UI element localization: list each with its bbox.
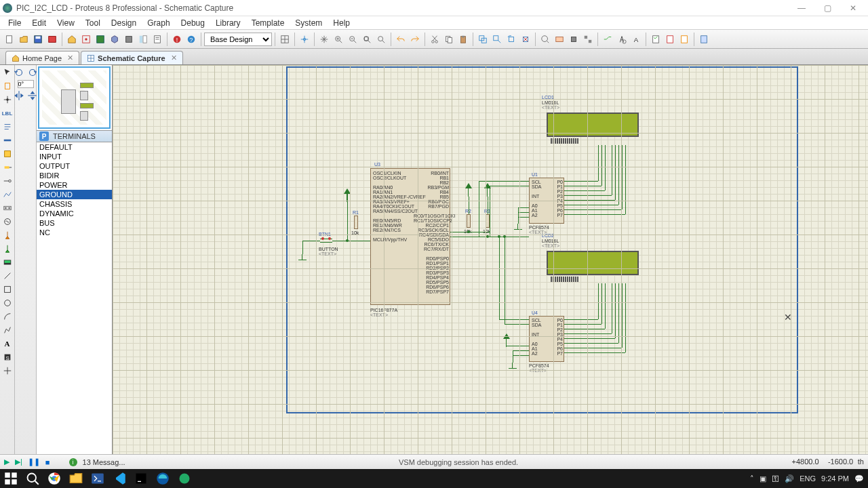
lcd1[interactable] bbox=[547, 113, 639, 137]
rotate-ccw-icon[interactable] bbox=[13, 66, 25, 79]
arc-2d-icon[interactable] bbox=[1, 310, 14, 323]
wifi-icon[interactable]: ⚿ bbox=[772, 474, 779, 483]
p-icon[interactable]: P bbox=[39, 131, 49, 141]
pcb-icon[interactable] bbox=[94, 33, 107, 46]
library-icon[interactable] bbox=[553, 33, 566, 46]
marker-2d-icon[interactable] bbox=[1, 365, 14, 377]
home-icon[interactable] bbox=[65, 33, 79, 46]
cut-icon[interactable] bbox=[428, 33, 441, 46]
redo-icon[interactable] bbox=[408, 33, 422, 46]
menu-library[interactable]: Library bbox=[212, 17, 245, 29]
block-copy-icon[interactable] bbox=[476, 33, 490, 46]
play-button[interactable]: ▶ bbox=[4, 458, 9, 466]
menu-file[interactable]: File bbox=[4, 17, 25, 29]
zoom-area-icon[interactable] bbox=[374, 33, 388, 46]
instruments-icon[interactable] bbox=[1, 256, 14, 268]
error-icon[interactable]: ! bbox=[170, 33, 184, 46]
stop-button[interactable]: ■ bbox=[45, 458, 50, 466]
cortana-search-icon[interactable] bbox=[26, 472, 39, 485]
design-variant-combo[interactable]: Base Design bbox=[204, 33, 272, 46]
voltage-probe-icon[interactable] bbox=[1, 229, 14, 241]
term-output[interactable]: OUTPUT bbox=[37, 161, 112, 171]
origin-icon[interactable] bbox=[298, 33, 311, 46]
graph-mode-icon[interactable] bbox=[1, 188, 14, 201]
device-pin-icon[interactable] bbox=[1, 175, 14, 187]
tab-home[interactable]: Home Page ✕ bbox=[5, 51, 79, 64]
menu-help[interactable]: Help bbox=[329, 17, 354, 29]
grid-toggle-icon[interactable] bbox=[278, 33, 292, 46]
help-icon[interactable]: ? bbox=[184, 33, 198, 46]
messages-label[interactable]: 13 Messag... bbox=[83, 458, 125, 466]
bus-mode-icon[interactable] bbox=[1, 134, 14, 146]
text-2d-icon[interactable]: A bbox=[1, 338, 14, 350]
overview-window[interactable] bbox=[38, 66, 111, 129]
pick-icon[interactable] bbox=[538, 33, 552, 46]
term-bidir[interactable]: BIDIR bbox=[37, 171, 112, 180]
notifications-icon[interactable]: 💬 bbox=[854, 474, 864, 483]
property-assign-icon[interactable]: A bbox=[629, 33, 643, 46]
maximize-button[interactable]: ▢ bbox=[815, 1, 840, 16]
menu-graph[interactable]: Graph bbox=[143, 17, 174, 29]
open-icon[interactable] bbox=[17, 33, 31, 46]
minimize-button[interactable]: — bbox=[789, 1, 814, 16]
term-chassis[interactable]: CHASSIS bbox=[37, 199, 112, 209]
netlist-icon[interactable] bbox=[663, 33, 677, 46]
menu-design[interactable]: Design bbox=[107, 17, 140, 29]
proteus-task-icon[interactable] bbox=[178, 472, 191, 485]
schematic-icon[interactable] bbox=[79, 33, 93, 46]
chrome-icon[interactable] bbox=[47, 472, 61, 485]
tray-app-icon[interactable]: ▣ bbox=[760, 474, 766, 483]
system-tray[interactable]: ˄ ▣ ⚿ 🔊 ENG 9:24 PM 💬 bbox=[750, 474, 864, 483]
menu-template[interactable]: Template bbox=[248, 17, 289, 29]
decompose-icon[interactable] bbox=[581, 33, 595, 46]
step-button[interactable]: ▶| bbox=[15, 458, 22, 466]
tab-home-close-icon[interactable]: ✕ bbox=[67, 54, 73, 62]
messages-icon[interactable]: i bbox=[69, 458, 77, 466]
tab-schematic[interactable]: Schematic Capture ✕ bbox=[81, 51, 183, 64]
close-project-icon[interactable] bbox=[45, 33, 59, 46]
term-dynamic[interactable]: DYNAMIC bbox=[37, 209, 112, 218]
selection-mode-icon[interactable] bbox=[1, 66, 14, 79]
block-move-icon[interactable] bbox=[490, 33, 504, 46]
zoom-in-icon[interactable] bbox=[332, 33, 345, 46]
new-icon[interactable] bbox=[3, 33, 16, 46]
3d-icon[interactable] bbox=[108, 33, 121, 46]
path-2d-icon[interactable] bbox=[1, 324, 14, 336]
gerber-icon[interactable] bbox=[122, 33, 136, 46]
undo-icon[interactable] bbox=[394, 33, 408, 46]
erc-icon[interactable] bbox=[649, 33, 663, 46]
current-probe-icon[interactable] bbox=[1, 243, 14, 255]
block-delete-icon[interactable] bbox=[519, 33, 532, 46]
label-mode-icon[interactable]: LBL bbox=[1, 107, 14, 119]
term-ground[interactable]: GROUND bbox=[37, 190, 112, 199]
zoom-out-icon[interactable] bbox=[346, 33, 359, 46]
term-nc[interactable]: NC bbox=[37, 228, 112, 237]
rotation-input[interactable] bbox=[18, 80, 34, 88]
term-default[interactable]: DEFAULT bbox=[37, 142, 112, 152]
zoom-all-icon[interactable] bbox=[360, 33, 374, 46]
bom-icon[interactable] bbox=[151, 33, 164, 46]
pan-icon[interactable] bbox=[317, 33, 331, 46]
text-script-icon[interactable] bbox=[1, 121, 14, 133]
pause-button[interactable]: ❚❚ bbox=[28, 458, 40, 466]
volume-icon[interactable]: 🔊 bbox=[785, 474, 794, 483]
unplaced-marker[interactable]: ✕ bbox=[784, 312, 792, 323]
generator-mode-icon[interactable] bbox=[1, 216, 14, 228]
start-icon[interactable] bbox=[4, 472, 18, 485]
btn1[interactable] bbox=[320, 239, 332, 247]
close-button[interactable]: ✕ bbox=[841, 1, 865, 16]
copy-icon[interactable] bbox=[442, 33, 456, 46]
mirror-h-icon[interactable] bbox=[13, 89, 25, 102]
new-sheet-icon[interactable] bbox=[697, 33, 711, 46]
search-text-icon[interactable] bbox=[615, 33, 629, 46]
save-icon[interactable] bbox=[31, 33, 45, 46]
edge-icon[interactable] bbox=[156, 472, 170, 485]
block-rotate-icon[interactable] bbox=[505, 33, 518, 46]
clock[interactable]: 9:24 PM bbox=[821, 474, 849, 483]
lcd2[interactable] bbox=[547, 251, 639, 275]
language-indicator[interactable]: ENG bbox=[800, 474, 816, 483]
idea-icon[interactable] bbox=[134, 472, 148, 485]
tape-mode-icon[interactable] bbox=[1, 202, 14, 214]
vscode-icon[interactable] bbox=[113, 472, 126, 485]
package-icon[interactable] bbox=[567, 33, 580, 46]
